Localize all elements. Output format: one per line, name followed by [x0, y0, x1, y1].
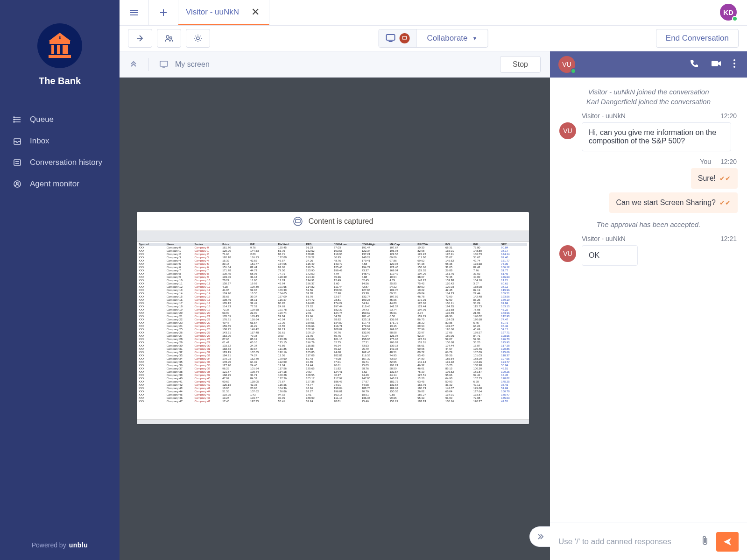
sidebar-item-label: Conversation history — [30, 158, 102, 167]
read-receipt-icon: ✔✔ — [719, 199, 731, 206]
sidebar-item-monitor[interactable]: Agent monitor — [0, 173, 120, 195]
timestamp: 12:20 — [720, 158, 737, 165]
sidebar-item-label: Agent monitor — [30, 179, 79, 189]
settings-button[interactable] — [186, 29, 210, 48]
sidebar-item-label: Queue — [30, 115, 54, 124]
powered-by: Powered by unblu — [0, 541, 120, 549]
nav-list: Queue Inbox Conversation history Agent m… — [0, 100, 120, 203]
svg-point-35 — [294, 217, 302, 226]
share-label: My screen — [175, 60, 210, 69]
message-input[interactable] — [558, 537, 694, 546]
svg-marker-42 — [724, 538, 731, 546]
brand-area: $ The Bank — [0, 0, 120, 100]
message-bubble: Hi, can you give me information on the c… — [582, 122, 731, 151]
call-button[interactable] — [686, 56, 702, 73]
participants-button[interactable] — [157, 29, 181, 48]
collaborate-group: Collaborate ▼ — [379, 29, 488, 48]
close-icon[interactable]: ✕ — [251, 6, 260, 18]
timestamp: 12:20 — [720, 112, 737, 120]
more-button[interactable] — [730, 56, 739, 73]
svg-rect-7 — [49, 55, 71, 58]
hamburger-button[interactable] — [120, 0, 149, 25]
svg-point-20 — [16, 182, 18, 184]
svg-marker-38 — [718, 61, 721, 66]
collab-badge — [400, 33, 410, 43]
tab-label: Visitor - uuNkN — [186, 7, 239, 17]
svg-rect-1 — [49, 41, 70, 44]
sidebar-item-queue[interactable]: Queue — [0, 109, 120, 130]
captured-spreadsheet: SymbolNameSectorPriceP/EDivYieldEPS52WkL… — [137, 231, 529, 424]
svg-point-28 — [170, 37, 172, 39]
agent-message-group: You 12:20 Sure!✔✔ Can we start Screen Sh… — [559, 158, 738, 213]
svg-rect-32 — [403, 36, 407, 39]
svg-point-13 — [14, 119, 14, 120]
presence-dot — [571, 68, 576, 74]
exit-button[interactable] — [128, 29, 152, 48]
sender-name: Visitor - uuNkN — [582, 112, 626, 120]
svg-point-39 — [733, 59, 735, 61]
svg-rect-33 — [160, 61, 168, 66]
collaborate-dropdown[interactable]: Collaborate ▼ — [417, 34, 488, 43]
chat-header: VU — [550, 51, 747, 78]
agent-avatar[interactable]: KD — [720, 4, 737, 21]
message-bubble: Sure!✔✔ — [691, 168, 738, 189]
message-bubble: Can we start Screen Sharing?✔✔ — [609, 192, 738, 213]
collab-mode[interactable] — [379, 29, 417, 47]
chat-panel: VU Visitor - uuNkN joined the conversati… — [550, 51, 747, 523]
system-message: Karl Dangerfield joined the conversation — [559, 98, 738, 106]
attach-button[interactable] — [700, 535, 710, 548]
monitor-icon — [11, 179, 23, 189]
svg-point-40 — [733, 63, 735, 64]
svg-rect-36 — [296, 220, 300, 223]
video-button[interactable] — [708, 56, 725, 73]
stop-button[interactable]: Stop — [500, 56, 541, 73]
presence-dot — [732, 16, 738, 21]
visitor-avatar-small: VU — [559, 245, 576, 262]
chevrons-up-icon[interactable] — [129, 59, 138, 70]
tabs-bar: Visitor - uuNkN ✕ KD — [120, 0, 747, 26]
visitor-avatar-small: VU — [559, 122, 576, 139]
screen-share-icon — [386, 34, 396, 43]
screen-share-viewport: Content is captured SymbolNameSectorPric… — [120, 78, 550, 560]
svg-rect-16 — [14, 160, 21, 165]
visitor-message: Visitor - uuNkN 12:20 VU Hi, can you giv… — [559, 112, 738, 151]
svg-rect-6 — [65, 45, 68, 54]
brand-name: The Bank — [39, 76, 81, 86]
history-icon — [11, 158, 23, 167]
sidebar-item-inbox[interactable]: Inbox — [0, 130, 120, 152]
inbox-icon — [11, 136, 23, 146]
svg-rect-37 — [712, 61, 718, 66]
visitor-message: Visitor - uuNkN 12:21 VU OK — [559, 235, 738, 266]
svg-rect-4 — [57, 45, 60, 54]
end-conversation-button[interactable]: End Conversation — [656, 29, 739, 48]
sender-name: You — [700, 158, 711, 165]
sidebar: $ The Bank Queue Inbox Conversation hist… — [0, 0, 120, 560]
system-message: Visitor - uuNkN joined the conversation — [559, 88, 738, 96]
sender-name: Visitor - uuNkN — [582, 235, 626, 242]
monitor-icon — [159, 60, 169, 69]
capture-icon — [293, 216, 303, 227]
powered-brand: unblu — [69, 541, 88, 549]
tab-visitor[interactable]: Visitor - uuNkN ✕ — [178, 0, 269, 25]
svg-rect-5 — [63, 45, 65, 54]
queue-icon — [11, 115, 23, 124]
chevron-down-icon: ▼ — [472, 35, 478, 41]
expand-chat-button[interactable] — [529, 526, 550, 547]
sidebar-item-history[interactable]: Conversation history — [0, 152, 120, 173]
visitor-avatar: VU — [558, 56, 575, 73]
timestamp: 12:21 — [720, 235, 737, 242]
svg-point-12 — [14, 117, 14, 118]
svg-point-41 — [733, 66, 735, 68]
read-receipt-icon: ✔✔ — [719, 175, 731, 182]
send-button[interactable] — [716, 532, 739, 552]
svg-rect-30 — [387, 35, 395, 40]
message-input-bar — [550, 523, 747, 560]
new-tab-button[interactable] — [149, 0, 178, 25]
share-bar: My screen Stop — [120, 51, 550, 78]
svg-rect-31 — [389, 41, 393, 42]
svg-point-14 — [14, 121, 14, 122]
sidebar-item-label: Inbox — [30, 136, 49, 146]
svg-rect-3 — [51, 45, 54, 54]
capture-header: Content is captured — [137, 212, 529, 231]
brand-logo: $ — [37, 23, 82, 68]
